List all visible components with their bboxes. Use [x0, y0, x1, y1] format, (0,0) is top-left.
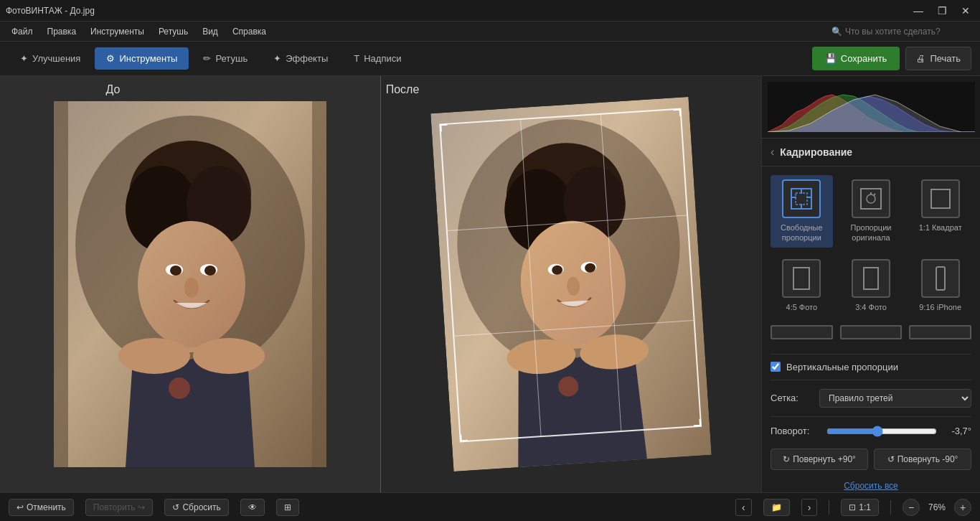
- tab-retouch[interactable]: ✏ Ретушь: [192, 47, 259, 70]
- canvas-area: До: [0, 76, 761, 492]
- preset-34[interactable]: 3:4 Фото: [840, 255, 903, 316]
- separator2: [890, 500, 891, 515]
- preset-label-45: 4:5 Фото: [786, 302, 818, 312]
- svg-rect-1: [54, 101, 68, 467]
- menu-edit[interactable]: Правка: [42, 24, 83, 39]
- menu-bar: Файл Правка Инструменты Ретушь Вид Справ…: [0, 22, 980, 42]
- crop-grid-v1: [520, 120, 541, 436]
- title-bar-controls: — ❐ ✕: [909, 4, 974, 18]
- menu-help[interactable]: Справка: [227, 24, 272, 39]
- zoom-controls: − 76% +: [903, 499, 971, 516]
- search-icon: 🔍: [831, 27, 842, 37]
- grid-select[interactable]: Правило третей Сетка Нет: [819, 389, 971, 408]
- rotate-buttons: ↻ Повернуть +90° ↺ Повернуть -90°: [771, 443, 971, 476]
- preset-icon-free: [782, 179, 821, 218]
- crop-handle-tl[interactable]: [440, 124, 448, 132]
- before-label: До: [106, 83, 275, 96]
- tab-text[interactable]: T Надписи: [342, 47, 413, 70]
- ratio-button[interactable]: ⊡ 1:1: [841, 499, 879, 516]
- preset-icon-916: [921, 259, 960, 298]
- reset-anchor[interactable]: Сбросить все: [844, 481, 898, 491]
- close-button[interactable]: ✕: [957, 4, 974, 18]
- rotate-minus-button[interactable]: ↺ Повернуть -90°: [874, 449, 971, 470]
- eye-button[interactable]: 👁: [240, 499, 265, 516]
- maximize-button[interactable]: ❐: [933, 4, 951, 18]
- preset-label-916: 9:16 iPhone: [919, 302, 961, 312]
- save-icon: 💾: [825, 53, 837, 64]
- preset-label-34: 3:4 Фото: [855, 302, 887, 312]
- reset-icon: ↺: [172, 502, 179, 512]
- ratio-icon: ⊡: [849, 502, 856, 512]
- zoom-value: 76%: [924, 502, 950, 512]
- preset-icon-original: [852, 179, 890, 218]
- svg-point-14: [118, 338, 190, 374]
- preset-45[interactable]: 4:5 Фото: [771, 255, 833, 316]
- compare-button[interactable]: ⊞: [276, 499, 299, 516]
- crop-handle-tr[interactable]: [674, 109, 682, 117]
- folder-button[interactable]: 📁: [763, 499, 790, 516]
- preset-original[interactable]: Пропорции оригинала: [840, 175, 903, 248]
- redo-button[interactable]: Повторить ↪: [85, 499, 154, 516]
- eye-icon: 👁: [248, 502, 257, 512]
- menu-file[interactable]: Файл: [6, 24, 39, 39]
- after-photo: [430, 97, 712, 471]
- preset-free[interactable]: Свободные пропорции: [771, 175, 833, 248]
- svg-point-16: [169, 377, 190, 399]
- rotate-plus-button[interactable]: ↻ Повернуть +90°: [771, 449, 868, 470]
- menu-retouch[interactable]: Ретушь: [153, 24, 194, 39]
- crop-overlay[interactable]: [439, 108, 702, 443]
- rotate-cw-icon: ↻: [783, 454, 790, 464]
- preset-square[interactable]: 1:1 Квадрат: [909, 175, 971, 248]
- reset-button[interactable]: ↺ Сбросить: [164, 499, 228, 516]
- print-button[interactable]: 🖨 Печать: [905, 47, 971, 70]
- svg-rect-2: [312, 101, 326, 467]
- panel-title: Кадрирование: [780, 146, 852, 158]
- menu-view[interactable]: Вид: [197, 24, 224, 39]
- tab-tools[interactable]: ⚙ Инструменты: [95, 47, 189, 70]
- crop-grid-v2: [600, 115, 621, 431]
- nav-prev-button[interactable]: ‹: [735, 499, 752, 516]
- preset-more-1[interactable]: [771, 325, 833, 339]
- crop-handle-bl[interactable]: [460, 434, 468, 442]
- print-icon: 🖨: [916, 53, 925, 64]
- back-button[interactable]: ‹: [771, 146, 774, 159]
- rotation-slider[interactable]: [826, 426, 937, 437]
- zoom-out-button[interactable]: −: [903, 499, 920, 516]
- vertical-proportions-checkbox[interactable]: [771, 362, 781, 372]
- svg-point-12: [204, 266, 216, 276]
- preset-916[interactable]: 9:16 iPhone: [909, 255, 971, 316]
- grid-label: Сетка:: [771, 393, 814, 403]
- improvements-icon: ✦: [20, 53, 28, 64]
- save-button[interactable]: 💾 Сохранить: [812, 47, 900, 70]
- undo-button[interactable]: ↩ Отменить: [9, 499, 74, 516]
- menu-search[interactable]: 🔍: [831, 27, 974, 37]
- toolbar-actions: 💾 Сохранить 🖨 Печать: [812, 47, 971, 70]
- preset-label-square: 1:1 Квадрат: [919, 222, 962, 233]
- right-panel: ‹ Кадрирование: [761, 76, 980, 492]
- compare-icon: ⊞: [284, 502, 291, 512]
- search-input[interactable]: [845, 27, 974, 37]
- preset-more-2[interactable]: [840, 325, 903, 339]
- minimize-button[interactable]: —: [909, 4, 928, 18]
- bottom-bar: ↩ Отменить Повторить ↪ ↺ Сбросить 👁 ⊞ ‹ …: [0, 492, 980, 521]
- crop-handle-br[interactable]: [694, 419, 702, 427]
- svg-point-39: [867, 194, 875, 203]
- menu-tools[interactable]: Инструменты: [85, 24, 150, 39]
- window-title: ФотоВИНТАЖ - До.jpg: [6, 6, 95, 16]
- svg-point-13: [184, 278, 199, 298]
- tab-effects[interactable]: ✦ Эффекты: [262, 47, 339, 70]
- toolbar: ✦ Улучшения ⚙ Инструменты ✏ Ретушь ✦ Эфф…: [0, 42, 980, 76]
- crop-presets: Свободные пропорции Пропорции оригинала: [771, 175, 971, 316]
- grid-row: Сетка: Правило третей Сетка Нет: [771, 383, 971, 413]
- preset-more-3[interactable]: [909, 325, 971, 339]
- zoom-in-button[interactable]: +: [954, 499, 971, 516]
- svg-rect-44: [864, 268, 878, 289]
- rotate-ccw-icon: ↺: [887, 454, 895, 464]
- nav-next-button[interactable]: ›: [801, 499, 818, 516]
- tab-improvements[interactable]: ✦ Улучшения: [9, 47, 92, 70]
- redo-icon: ↪: [138, 502, 145, 512]
- vertical-proportions-label[interactable]: Вертикальные пропорции: [786, 362, 898, 372]
- separator: [829, 500, 829, 515]
- preset-icon-45: [782, 259, 821, 298]
- reset-link[interactable]: Сбросить все: [771, 476, 971, 492]
